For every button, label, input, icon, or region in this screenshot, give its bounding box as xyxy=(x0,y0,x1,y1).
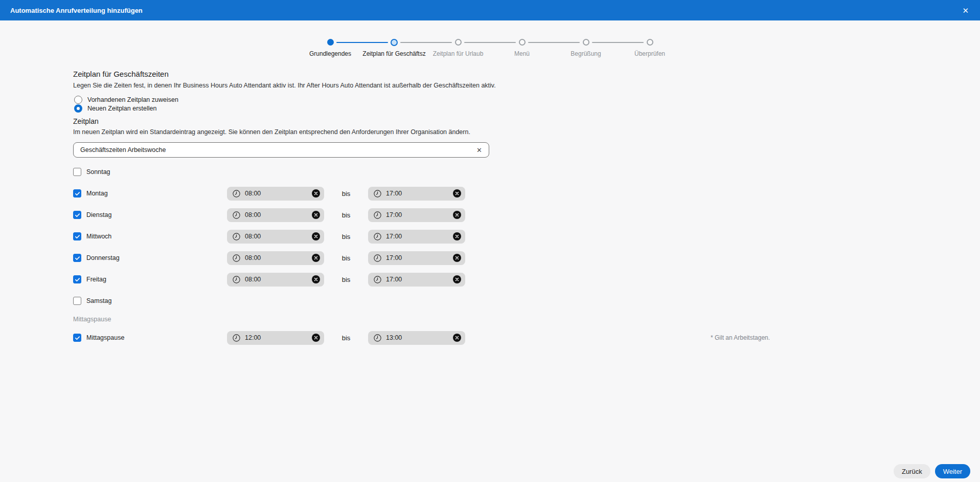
checkbox-mittagspause[interactable] xyxy=(73,334,81,342)
clock-icon xyxy=(373,232,382,241)
step-4-label[interactable]: Menü xyxy=(514,50,530,57)
section-heading: Zeitplan für Geschäftszeiten Legen Sie d… xyxy=(73,70,496,89)
bis-label: bis xyxy=(324,233,368,240)
step-2-label[interactable]: Zeitplan für Geschäftsz xyxy=(362,50,425,57)
start-time-input[interactable]: 08:00 xyxy=(227,251,324,265)
clock-icon xyxy=(373,189,382,198)
row-freitag: Freitag 08:00 bis 17:00 xyxy=(73,269,871,290)
row-mittagspause: Mittagspause 12:00 bis 13:00 * Gilt an A… xyxy=(73,327,871,348)
step-1-label[interactable]: Grundlegendes xyxy=(309,50,351,57)
radio-option-2[interactable]: Neuen Zeitplan erstellen xyxy=(74,104,178,113)
schedule-name-field[interactable]: ✕ xyxy=(73,142,489,158)
bis-label: bis xyxy=(324,254,368,262)
bis-label: bis xyxy=(324,276,368,283)
checkbox-dienstag[interactable] xyxy=(73,211,81,219)
end-time-input[interactable]: 17:00 xyxy=(368,251,465,265)
checkbox-montag[interactable] xyxy=(73,189,81,198)
clear-time-icon[interactable] xyxy=(453,189,461,198)
clear-time-icon[interactable] xyxy=(312,232,320,240)
end-time-input[interactable]: 17:00 xyxy=(368,187,465,201)
row-sonntag: Sonntag xyxy=(73,161,871,183)
schedule-rows: Sonntag Montag 08:00 bis 17:00 xyxy=(73,161,871,348)
end-time-input[interactable]: 17:00 xyxy=(368,273,465,287)
clock-icon xyxy=(373,275,382,284)
checkbox-donnerstag[interactable] xyxy=(73,254,81,262)
step-6[interactable]: Überprüfen xyxy=(618,39,682,57)
close-icon[interactable]: ✕ xyxy=(962,7,969,14)
start-time-input[interactable]: 08:00 xyxy=(227,230,324,244)
radio-option-1[interactable]: Vorhandenen Zeitplan zuweisen xyxy=(74,95,178,104)
clear-time-icon[interactable] xyxy=(453,254,461,262)
lunch-section-label: Mittagspause xyxy=(73,312,871,327)
bis-label: bis xyxy=(324,190,368,198)
end-time-input[interactable]: 13:00 xyxy=(368,331,465,345)
clear-time-icon[interactable] xyxy=(312,275,320,283)
clock-icon xyxy=(232,232,241,241)
bis-label: bis xyxy=(324,334,368,342)
clock-icon xyxy=(232,254,241,262)
bis-label: bis xyxy=(324,211,368,219)
checkbox-sonntag[interactable] xyxy=(73,168,81,176)
clock-icon xyxy=(232,189,241,198)
clock-icon xyxy=(373,334,382,342)
end-time-input[interactable]: 17:00 xyxy=(368,230,465,244)
start-time-input[interactable]: 08:00 xyxy=(227,208,324,222)
section-title: Zeitplan für Geschäftszeiten xyxy=(73,70,496,78)
radio-icon[interactable] xyxy=(74,96,82,104)
clock-icon xyxy=(373,211,382,220)
back-button[interactable]: Zurück xyxy=(894,464,930,478)
row-dienstag: Dienstag 08:00 bis 17:00 xyxy=(73,204,871,226)
step-2-indicator[interactable] xyxy=(391,39,398,46)
checkbox-mittwoch[interactable] xyxy=(73,232,81,240)
start-time-input[interactable]: 08:00 xyxy=(227,273,324,287)
page-title: Automatische Anrufverteilung hinzufügen xyxy=(10,7,143,14)
checkbox-samstag[interactable] xyxy=(73,297,81,305)
clock-icon xyxy=(232,211,241,220)
modal-titlebar: Automatische Anrufverteilung hinzufügen … xyxy=(0,0,980,20)
step-6-label[interactable]: Überprüfen xyxy=(634,50,665,57)
clear-time-icon[interactable] xyxy=(453,334,461,342)
row-mittwoch: Mittwoch 08:00 bis 17:00 xyxy=(73,226,871,247)
step-1-indicator[interactable] xyxy=(327,39,334,46)
schedule-radio-group: Vorhandenen Zeitplan zuweisen Neuen Zeit… xyxy=(74,95,178,113)
row-samstag: Samstag xyxy=(73,290,871,312)
schedule-description: Im neuen Zeitplan wird ein Standardeintr… xyxy=(73,128,470,136)
clear-input-icon[interactable]: ✕ xyxy=(476,147,482,154)
clear-time-icon[interactable] xyxy=(312,211,320,219)
step-3-label[interactable]: Zeitplan für Urlaub xyxy=(433,50,484,57)
section-description: Legen Sie die Zeiten fest, in denen Ihr … xyxy=(73,82,496,89)
schedule-heading: Zeitplan Im neuen Zeitplan wird ein Stan… xyxy=(73,117,470,136)
clear-time-icon[interactable] xyxy=(312,334,320,342)
step-3-indicator[interactable] xyxy=(455,39,462,46)
row-montag: Montag 08:00 bis 17:00 xyxy=(73,183,871,204)
clear-time-icon[interactable] xyxy=(312,254,320,262)
step-5-indicator[interactable] xyxy=(583,39,589,46)
schedule-title: Zeitplan xyxy=(73,117,470,125)
schedule-name-input[interactable] xyxy=(80,146,476,154)
step-4-indicator[interactable] xyxy=(519,39,526,46)
step-5-label[interactable]: Begrüßung xyxy=(571,50,601,57)
clock-icon xyxy=(232,275,241,284)
radio-icon[interactable] xyxy=(74,104,82,113)
start-time-input[interactable]: 08:00 xyxy=(227,187,324,201)
end-time-input[interactable]: 17:00 xyxy=(368,208,465,222)
clear-time-icon[interactable] xyxy=(453,275,461,283)
wizard-footer: Zurück Weiter xyxy=(894,464,970,478)
clear-time-icon[interactable] xyxy=(453,211,461,219)
checkbox-freitag[interactable] xyxy=(73,275,81,283)
wizard-stepper: Grundlegendes Zeitplan für Geschäftsz Ze… xyxy=(299,39,682,57)
clear-time-icon[interactable] xyxy=(312,189,320,198)
start-time-input[interactable]: 12:00 xyxy=(227,331,324,345)
step-6-indicator[interactable] xyxy=(647,39,653,46)
clock-icon xyxy=(232,334,241,342)
clock-icon xyxy=(373,254,382,262)
next-button[interactable]: Weiter xyxy=(935,464,970,478)
row-donnerstag: Donnerstag 08:00 bis 17:00 xyxy=(73,247,871,269)
lunch-note: * Gilt an Arbeitstagen. xyxy=(711,334,770,341)
clear-time-icon[interactable] xyxy=(453,232,461,240)
